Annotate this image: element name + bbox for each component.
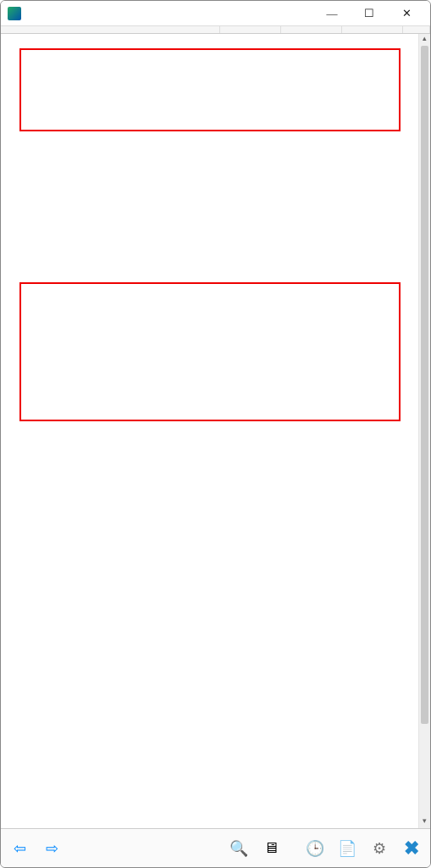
- col-current[interactable]: [220, 26, 281, 33]
- scroll-up-button[interactable]: ▴: [419, 34, 430, 46]
- close-button[interactable]: ✕: [388, 2, 425, 25]
- monitor-button[interactable]: 🖥: [256, 833, 286, 864]
- minimize-button[interactable]: —: [313, 2, 351, 25]
- column-header[interactable]: [1, 26, 430, 34]
- titlebar: — ☐ ✕: [1, 1, 430, 26]
- highlight-box-temps: [19, 48, 401, 131]
- scroll-down-button[interactable]: ▾: [419, 816, 430, 828]
- highlight-box-power: [19, 282, 401, 421]
- col-average[interactable]: [403, 26, 430, 33]
- col-sensor[interactable]: [1, 26, 220, 33]
- search-button[interactable]: 🔍: [224, 833, 254, 864]
- clock-icon[interactable]: 🕒: [300, 833, 330, 864]
- app-icon: [8, 7, 21, 20]
- collapse-all-button[interactable]: ⇨: [36, 833, 67, 864]
- scroll-thumb[interactable]: [421, 46, 428, 724]
- settings-button[interactable]: [364, 833, 395, 864]
- maximize-button[interactable]: ☐: [351, 2, 388, 25]
- col-maximum[interactable]: [342, 26, 403, 33]
- close-sensors-button[interactable]: ✖: [396, 833, 427, 864]
- col-minimum[interactable]: [281, 26, 342, 33]
- sensor-tree: ▴ ▾: [1, 34, 430, 828]
- vertical-scrollbar[interactable]: ▴ ▾: [418, 34, 430, 828]
- expand-all-button[interactable]: ⇦: [4, 833, 35, 864]
- log-button[interactable]: 📄: [332, 833, 362, 864]
- bottom-toolbar: ⇦ ⇨ 🔍 🖥 🕒 📄 ✖: [1, 828, 430, 867]
